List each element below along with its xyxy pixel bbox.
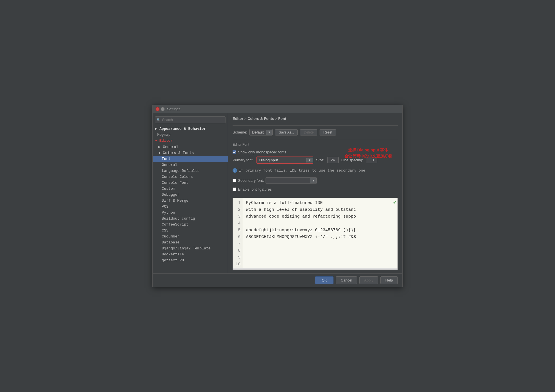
primary-font-dropdown-btn[interactable]: ▼ bbox=[306, 158, 313, 162]
search-input[interactable] bbox=[155, 116, 225, 123]
sidebar-item-colors-fonts[interactable]: ▼ Colors & Fonts bbox=[153, 150, 228, 156]
sidebar-item-debugger[interactable]: Debugger bbox=[153, 192, 228, 198]
search-box[interactable]: 🔍 bbox=[155, 116, 225, 123]
sidebar-item-diff-merge[interactable]: Diff & Merge bbox=[153, 198, 228, 204]
preview-line1: PyCharm is a full-featured IDE bbox=[246, 201, 323, 205]
sidebar-item-buildout[interactable]: Buildout config bbox=[153, 216, 228, 222]
sidebar-item-database[interactable]: Database bbox=[153, 239, 228, 245]
sidebar-item-console-colors[interactable]: Console Colors bbox=[153, 174, 228, 180]
breadcrumb-colors-fonts: Colors & Fonts bbox=[247, 116, 274, 121]
size-label: Size: bbox=[316, 158, 324, 162]
secondary-font-select[interactable]: ▼ bbox=[266, 177, 317, 184]
sidebar-item-general[interactable]: ▶ General bbox=[153, 144, 228, 150]
content-area: Editor > Colors & Fonts > Font Scheme: D… bbox=[228, 113, 402, 273]
sidebar-item-custom[interactable]: Custom bbox=[153, 186, 228, 192]
reset-button[interactable]: Reset bbox=[320, 129, 336, 135]
titlebar: Settings bbox=[153, 105, 402, 113]
close-button[interactable] bbox=[156, 107, 160, 111]
info-row: i If primary font fails, IDE tries to us… bbox=[233, 168, 398, 173]
scheme-divider bbox=[233, 139, 398, 139]
save-as-button[interactable]: Save As... bbox=[275, 129, 298, 135]
sidebar-item-vcs[interactable]: VCS bbox=[153, 204, 228, 210]
breadcrumb-editor: Editor bbox=[233, 116, 243, 121]
ligatures-label[interactable]: Enable font ligatures bbox=[238, 187, 272, 191]
editor-font-label: Editor Font bbox=[233, 143, 398, 147]
scheme-row: Scheme: Default ▼ Save As... Delete Rese… bbox=[233, 129, 398, 135]
sidebar-item-gettext[interactable]: gettext PO bbox=[153, 257, 228, 263]
line-spacing-input[interactable] bbox=[366, 157, 377, 163]
sidebar-item-font[interactable]: Font bbox=[153, 156, 228, 162]
sidebar-item-python[interactable]: Python bbox=[153, 210, 228, 216]
help-button[interactable]: Help bbox=[380, 276, 398, 284]
info-icon: i bbox=[233, 168, 237, 173]
font-settings-block: 选择 DialogInput 字体 会让代码中的中文更加好看 Show only… bbox=[233, 150, 398, 166]
top-divider bbox=[233, 125, 398, 126]
secondary-font-checkbox[interactable] bbox=[233, 179, 236, 182]
monospace-checkbox-row: Show only monospaced fonts bbox=[233, 150, 398, 154]
preview-area: ✔ 12345678910 PyCharm is a full-featured… bbox=[233, 198, 398, 270]
breadcrumb: Editor > Colors & Fonts > Font bbox=[233, 116, 398, 121]
primary-font-value: DialogInput bbox=[257, 157, 306, 163]
main-content: 🔍 ▶ ▶ Appearance & BehaviorAppearance & … bbox=[153, 113, 402, 273]
primary-font-row: Primary font: DialogInput ▼ Size: Line s… bbox=[233, 157, 398, 164]
breadcrumb-font: Font bbox=[278, 116, 286, 121]
preview-inner: 12345678910 PyCharm is a full-featured I… bbox=[233, 198, 397, 270]
monospace-checkbox[interactable] bbox=[233, 150, 236, 154]
scheme-dropdown-btn[interactable]: ▼ bbox=[266, 130, 273, 135]
search-icon: 🔍 bbox=[157, 118, 161, 122]
line-numbers: 12345678910 bbox=[233, 198, 243, 270]
preview-line5: abcdefghijklmnopqrstuvwxyz 0123456789 ()… bbox=[246, 228, 356, 233]
monospace-label[interactable]: Show only monospaced fonts bbox=[238, 150, 286, 154]
apply-button[interactable]: Apply bbox=[359, 276, 378, 284]
scheme-select[interactable]: Default ▼ bbox=[249, 129, 273, 135]
settings-dialog: Settings 🔍 ▶ ▶ Appearance & BehaviorAppe… bbox=[152, 105, 403, 287]
secondary-font-value bbox=[266, 178, 310, 184]
sidebar-item-css[interactable]: CSS bbox=[153, 228, 228, 233]
sidebar-item-django[interactable]: Django/Jinja2 Template bbox=[153, 245, 228, 251]
cancel-button[interactable]: Cancel bbox=[336, 276, 357, 284]
scheme-label: Scheme: bbox=[233, 130, 247, 134]
sidebar-item-editor[interactable]: ▼ Editor bbox=[153, 138, 228, 144]
sidebar-item-language-defaults[interactable]: Language Defaults bbox=[153, 168, 228, 174]
sidebar-item-coffeescript[interactable]: CoffeeScript bbox=[153, 222, 228, 228]
scheme-value: Default bbox=[250, 129, 266, 135]
sidebar-item-console-font[interactable]: Console Font bbox=[153, 180, 228, 186]
ok-button[interactable]: OK bbox=[315, 276, 334, 284]
secondary-font-row: Secondary font: ▼ bbox=[233, 177, 398, 184]
sidebar-item-appearance[interactable]: ▶ ▶ Appearance & BehaviorAppearance & Be… bbox=[153, 126, 228, 132]
info-text: If primary font fails, IDE tries to use … bbox=[239, 168, 365, 173]
preview-line2: with a high level of usability and outst… bbox=[246, 207, 356, 212]
preview-code: PyCharm is a full-featured IDE with a hi… bbox=[243, 198, 359, 270]
breadcrumb-sep1: > bbox=[244, 116, 247, 121]
ligatures-row: Enable font ligatures bbox=[233, 187, 398, 191]
titlebar-buttons bbox=[156, 107, 165, 111]
ligatures-checkbox[interactable] bbox=[233, 187, 236, 191]
sidebar-item-cucumber[interactable]: Cucumber bbox=[153, 233, 228, 239]
breadcrumb-sep2: > bbox=[275, 116, 278, 121]
minimize-button[interactable] bbox=[161, 107, 165, 111]
size-input[interactable] bbox=[327, 157, 339, 163]
sidebar: 🔍 ▶ ▶ Appearance & BehaviorAppearance & … bbox=[153, 113, 228, 273]
preview-line3: advanced code editing and refactoring su… bbox=[246, 214, 356, 219]
check-icon: ✔ bbox=[393, 199, 396, 205]
secondary-font-dropdown-btn[interactable]: ▼ bbox=[310, 178, 316, 183]
line-spacing-label: Line spacing: bbox=[341, 158, 363, 162]
primary-font-select[interactable]: DialogInput ▼ bbox=[256, 157, 313, 164]
secondary-font-label[interactable]: Secondary font: bbox=[238, 178, 264, 183]
preview-line6: ABCDEFGHIJKLMNOPQRSTUVWXYZ +-*/= .,;:!? … bbox=[246, 235, 356, 239]
expand-arrow: ▶ bbox=[155, 127, 160, 131]
horizontal-scrollbar[interactable] bbox=[233, 268, 397, 270]
sidebar-item-dockerfile[interactable]: Dockerfile bbox=[153, 251, 228, 257]
delete-button[interactable]: Delete bbox=[300, 129, 317, 135]
sidebar-item-keymap[interactable]: Keymap bbox=[153, 132, 228, 138]
primary-font-label: Primary font: bbox=[233, 158, 254, 162]
window-title: Settings bbox=[167, 107, 180, 111]
sidebar-item-general2[interactable]: General bbox=[153, 162, 228, 168]
bottom-bar: OK Cancel Apply Help bbox=[153, 273, 402, 287]
